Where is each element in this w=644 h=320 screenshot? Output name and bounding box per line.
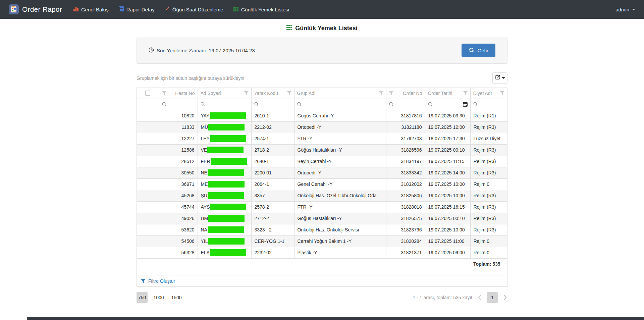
page-size-750[interactable]: 750 [137, 292, 148, 303]
table-row[interactable]: 56328ELA2232-02Plastik -Y3182137119.07.2… [137, 247, 507, 258]
fetch-button-label: Getir [477, 48, 488, 53]
chevron-down-icon [502, 77, 505, 79]
table-row[interactable]: 36971ME2064-1Genel Cerrahi -Y3183200219.… [137, 178, 507, 190]
cell-order-no: 31828018 [386, 201, 425, 213]
table-row[interactable]: 53620NA3323 - 2Onkoloji Has. Onkoloji Se… [137, 224, 507, 235]
cell-order-tarihi: 19.07.2025 11:00 [425, 235, 470, 247]
nav-item-genel-bakis[interactable]: Genel Bakış [73, 7, 109, 12]
filter-icon[interactable] [162, 91, 166, 95]
filter-icon[interactable] [287, 91, 291, 95]
calendar-icon[interactable] [463, 102, 468, 107]
table-row[interactable]: 12586VE2718-2Göğüs Hastalıkları -Y318265… [137, 144, 507, 156]
search-icon [162, 102, 167, 107]
cell-diyet-adi: Rejim (R3) [470, 156, 507, 167]
page-size-1000[interactable]: 1000 [152, 292, 165, 303]
data-grid: Gruplamak için bir sütun başlığını buray… [137, 72, 507, 303]
export-button[interactable] [492, 72, 507, 84]
search-input-ad-soyad[interactable] [198, 99, 251, 110]
green-list-icon [286, 25, 292, 32]
column-header-diyet-adi[interactable]: Diyet Adı [470, 88, 507, 99]
cell-order-no: 31821371 [386, 247, 425, 258]
table-row[interactable]: 49026ÜM2712-2Göğüs Hastalıkları -Y318265… [137, 213, 507, 224]
cell-ad-soyad: NA [198, 224, 251, 235]
cell-grup-adi: Cerrahi Yoğun Bakım 1 -Y [294, 235, 386, 247]
fetch-button[interactable]: Getir [462, 44, 495, 57]
cell-hasta-no: 11833 [159, 121, 198, 133]
filter-icon[interactable] [389, 91, 393, 95]
table-row[interactable]: 28512FER2640-1Beyin Cerrahi -Y3183419719… [137, 156, 507, 167]
search-cell-empty [137, 99, 159, 110]
export-icon [495, 75, 500, 82]
select-all-checkbox[interactable] [145, 91, 150, 96]
table-row[interactable]: 54506YILCER-YOG.1-1Cerrahi Yoğun Bakım 1… [137, 235, 507, 247]
cell-order-tarihi: 19.07.2025 09:00 [425, 247, 470, 258]
cell-order-no: 31823796 [386, 224, 425, 235]
brand[interactable]: Order Rapor [9, 4, 62, 14]
cell-diyet-adi: Rejim (R3) [470, 121, 507, 133]
next-page-button[interactable] [503, 295, 507, 301]
column-header-order-no[interactable]: Order No [386, 88, 425, 99]
table-row[interactable]: 11833MÜ2212-02Ortopedi -Y3182118019.07.2… [137, 121, 507, 133]
filter-icon[interactable] [463, 91, 468, 95]
cell-select [137, 121, 159, 133]
table-row[interactable]: 30550NE2200-01Ortopedi -Y3183334219.07.2… [137, 167, 507, 178]
cell-order-no: 31833342 [386, 167, 425, 178]
brand-title: Order Rapor [22, 5, 62, 13]
app-logo-icon [9, 4, 19, 14]
column-header-ad-soyad[interactable]: Ad Soyad [198, 88, 251, 99]
cell-order-no: 31826575 [386, 213, 425, 224]
redaction-bar [208, 226, 244, 233]
cell-diyet-adi: Rejim (R3) [470, 224, 507, 235]
patient-name-prefix: VE [201, 147, 207, 153]
filter-icon[interactable] [244, 91, 249, 95]
nav-item-ogun-saat-duzenleme[interactable]: Öğün Saat Düzenleme [165, 6, 223, 12]
column-header-yatak-kodu[interactable]: Yatak Kodu [251, 88, 294, 99]
user-menu[interactable]: admin [615, 7, 635, 12]
cell-order-tarihi: 19.07.2025 10:00 [425, 190, 470, 201]
group-panel-hint: Gruplamak için bir sütun başlığını buray… [137, 75, 244, 81]
table-row[interactable]: 10820YAY2610-1Göğüs Cerrahi -Y3181781619… [137, 110, 507, 121]
cell-yatak-kodu: 2640-1 [251, 156, 294, 167]
cell-diyet-adi: Rejim (R1) [470, 110, 507, 121]
patient-name-prefix: ME [201, 181, 208, 187]
cell-hasta-no: 28512 [159, 156, 198, 167]
table-row[interactable]: 45744AYS2578-2FTR -Y3182801818.07.2025 1… [137, 201, 507, 213]
redaction-bar [207, 147, 244, 153]
column-header-grup-adi[interactable]: Grup Adı [294, 88, 386, 99]
search-input-hasta-no[interactable] [159, 99, 198, 110]
search-input-yatak-kodu[interactable] [251, 99, 294, 110]
cell-yatak-kodu: 3357 [251, 190, 294, 201]
cell-order-no: 31832002 [386, 178, 425, 190]
page-size-1500[interactable]: 1500 [170, 292, 183, 303]
current-page[interactable]: 1 [487, 292, 498, 303]
column-header-hasta-no[interactable]: Hasta No [159, 88, 198, 99]
table-row[interactable]: 45268ŞU3357Onkoloji Has. Özel Tıbbı Onko… [137, 190, 507, 201]
cell-yatak-kodu: 2212-02 [251, 121, 294, 133]
cell-yatak-kodu: 2718-2 [251, 144, 294, 156]
filter-icon[interactable] [379, 91, 383, 95]
prev-page-button[interactable] [477, 295, 482, 301]
patient-name-prefix: NE [201, 170, 207, 175]
filter-icon[interactable] [500, 91, 504, 95]
redaction-bar [208, 238, 245, 245]
cell-ad-soyad: ME [198, 178, 251, 190]
search-input-order-tarihi[interactable] [425, 99, 470, 110]
green-list-icon [233, 7, 238, 12]
column-header-order-tarihi[interactable]: Order Tarihi [425, 88, 470, 99]
cell-order-tarihi: 19.07.2025 11:15 [425, 156, 470, 167]
cell-hasta-no: 45744 [159, 201, 198, 213]
patient-name-prefix: ELA [201, 250, 210, 255]
redaction-bar [210, 112, 246, 119]
cell-select [137, 213, 159, 224]
nav-item-gunluk-yemek-listesi[interactable]: Günlük Yemek Listesi [233, 7, 289, 12]
search-input-diyet-adi[interactable] [470, 99, 507, 110]
table-body: 10820YAY2610-1Göğüs Cerrahi -Y3181781619… [137, 110, 507, 258]
cell-order-tarihi: 19.07.2025 00:10 [425, 144, 470, 156]
patient-name-prefix: YAY [201, 113, 210, 118]
table-row[interactable]: 12227LEY2574-1FTR -Y3179270318.07.2025 1… [137, 133, 507, 144]
filter-builder-link[interactable]: Filtre Oluştur [137, 275, 507, 286]
nav-item-rapor-detay[interactable]: Rapor Detay [119, 6, 155, 12]
search-icon [201, 102, 205, 107]
search-input-grup-adi[interactable] [294, 99, 386, 110]
search-input-order-no[interactable] [386, 99, 425, 110]
